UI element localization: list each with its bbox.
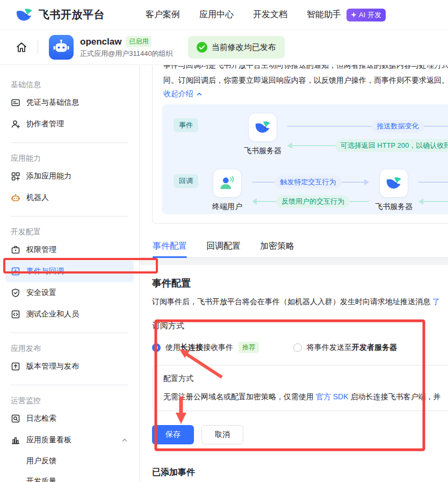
check-circle-icon [197,42,207,53]
sidebar-item-label: 测试企业和人员 [26,310,79,319]
diagram-callback-row: 回调 终端用户 触发特定交互行为 反馈用户的交 [174,169,448,212]
button-row: 保存 取消 [152,425,448,444]
sidebar-subitem-user-feedback[interactable]: 用户反馈 [0,451,139,471]
config-method-card: 配置方式 无需注册公网域名或配置加密策略，仅需使用 官方 SDK 启动长连接飞书… [152,365,448,411]
arrow-left-head [418,198,423,205]
ai-dev-badge[interactable]: AI 开发 [346,9,386,21]
event-arrows: 推送数据变化 可选择返回 HTTP 200，以确认收到数据 [287,119,448,153]
section-gap [140,258,448,265]
radio-long-connection[interactable] [152,343,161,352]
brand-name: 飞书开放平台 [39,8,105,22]
briefcase-icon [11,245,20,255]
top-nav: 飞书开放平台 客户案例 应用中心 开发文档 智能助手 AI 开发 [0,0,448,30]
robot-icon [11,193,20,203]
sidebar-item-security[interactable]: 安全设置 [5,282,134,304]
sidebar-item-permissions[interactable]: 权限管理 [5,239,134,261]
tab-callback-config[interactable]: 回调配置 [206,235,241,257]
feishu-server-node: 飞书服务器 [373,169,414,212]
config-method-title: 配置方式 [163,374,448,384]
sidebar-item-label: 机器人 [26,193,49,203]
learn-more-link[interactable]: 了 [432,297,440,306]
nav-item-app-center[interactable]: 应用中心 [199,9,234,20]
sidebar-item-label: 添加应用能力 [26,171,71,181]
feishu-server-icon [248,113,277,142]
feishu-logo[interactable]: 飞书开放平台 [15,6,105,24]
bar-chart-icon [11,435,20,445]
event-config-panel: 事件配置 订阅事件后，飞书开放平台将会在事件（如机器人入群）发生时向请求地址推送… [140,265,448,478]
nav-item-customer-cases[interactable]: 客户案例 [146,9,180,20]
publish-status-text: 当前修改均已发布 [212,42,276,53]
chevron-up-icon[interactable] [121,436,128,444]
sidebar-item-label: 版本管理与发布 [26,362,79,371]
app-meta: openclaw 已启用 正式应用@用户311440的组织 [49,35,173,60]
sidebar-section-ops-monitor: 运营监控 [11,396,139,406]
main-content: 事件与回调均是飞书开放平台主动向你推送的通知，但两者推送的数据内容与处理方式不 … [140,65,448,482]
arrow-push-interaction: 推送交互行为 [418,175,448,189]
subscribe-method-label: 订阅方式 [152,321,448,331]
sidebar-divider [11,216,128,217]
sidebar-item-bot[interactable]: 机器人 [5,187,134,208]
feishu-server-icon [379,169,408,198]
sidebar-item-log-search[interactable]: 日志检索 [5,408,134,429]
diagram-event-row: 事件 飞书服务器 推送数据变化 可选择返回 H [174,113,448,156]
sidebar-item-collaborators[interactable]: 协作者管理 [5,113,134,135]
node-label: 飞书服务器 [375,202,413,212]
arrow-right-head [364,179,369,185]
event-config-desc: 订阅事件后，飞书开放平台将会在事件（如机器人入群）发生时向请求地址推送消息 了 [152,297,448,307]
sidebar-divider [11,142,128,143]
feishu-bird-icon [15,6,33,24]
sidebar-subitem-dev-quality[interactable]: 开发质量 [0,471,139,482]
intro-clipped-line: 事件与回调均是飞书开放平台主动向你推送的通知，但两者推送的数据内容与处理方式不 [163,65,448,71]
event-badge: 事件 [174,118,198,132]
tab-event-config[interactable]: 事件配置 [153,235,187,257]
intro-card: 事件与回调均是飞书开放平台主动向你推送的通知，但两者推送的数据内容与处理方式不 … [152,65,448,224]
sidebar-item-label: 凭证与基础信息 [26,98,79,107]
app-subtitle: 正式应用@用户311440的组织 [80,49,173,59]
sidebar-item-version-release[interactable]: 版本管理与发布 [5,356,134,377]
top-nav-items: 客户案例 应用中心 开发文档 智能助手 AI 开发 [126,9,386,21]
feishu-open-platform-page: 飞书开放平台 客户案例 应用中心 开发文档 智能助手 AI 开发 [0,0,448,482]
feishu-server-node: 飞书服务器 [242,113,283,156]
sidebar-item-label: 权限管理 [26,245,56,255]
body-row: 基础信息 凭证与基础信息 协作者管理 应用能力 添加应用能力 [0,65,448,482]
arrow-left-head [287,142,292,149]
radio-developer-server[interactable] [293,343,302,352]
app-name: openclaw [80,37,121,47]
sidebar-item-label: 事件与回调 [26,267,64,276]
upload-square-icon [11,362,20,371]
app-header: openclaw 已启用 正式应用@用户311440的组织 当前修改均已发布 [0,30,448,65]
tab-bar: 事件配置 回调配置 加密策略 [140,235,448,258]
recommended-badge: 推荐 [239,342,259,353]
doc-search-icon [11,414,20,423]
sidebar-item-quality-board[interactable]: 应用质量看板 [5,429,134,451]
sidebar-item-credentials[interactable]: 凭证与基础信息 [5,92,134,113]
chevron-up-icon [196,91,203,97]
official-sdk-link[interactable]: 官方 SDK [316,392,349,401]
sidebar-section-dev-config: 开发配置 [11,227,139,237]
sparkle-icon [351,12,357,18]
nav-item-ai-assistant[interactable]: 智能助手 [307,9,341,20]
sidebar-section-basic-info: 基础信息 [11,80,139,90]
tab-encryption-policy[interactable]: 加密策略 [260,235,294,257]
event-callback-diagram: 事件 飞书服务器 推送数据变化 可选择返回 H [162,104,448,214]
sidebar-item-events-callbacks[interactable]: 事件与回调 [5,261,134,282]
node-label: 飞书服务器 [244,146,281,156]
home-icon[interactable] [15,41,28,54]
id-card-icon [11,98,20,107]
save-button[interactable]: 保存 [152,425,194,444]
publish-status-pill: 当前修改均已发布 [188,36,285,59]
subscribe-options: 使用 长连接 接收事件 推荐 将事件发送至 开发者服务器 [152,342,448,353]
grid-plus-icon [11,171,20,181]
added-events-title: 已添加事件 [152,467,448,478]
sidebar-item-add-capability[interactable]: 添加应用能力 [5,166,134,187]
arrow-push-data: 推送数据变化 [287,119,448,133]
sidebar-item-label: 应用质量看板 [26,435,71,445]
collapse-intro-link[interactable]: 收起介绍 [163,89,203,99]
cancel-button[interactable]: 取消 [201,425,243,444]
sidebar-item-test-org[interactable]: 测试企业和人员 [5,304,134,325]
sidebar-item-label: 协作者管理 [26,119,64,129]
sidebar-section-app-release: 应用发布 [11,344,139,354]
end-user-node: 终端用户 [207,169,248,212]
shield-check-icon [11,288,20,298]
nav-item-dev-docs[interactable]: 开发文档 [253,9,287,20]
